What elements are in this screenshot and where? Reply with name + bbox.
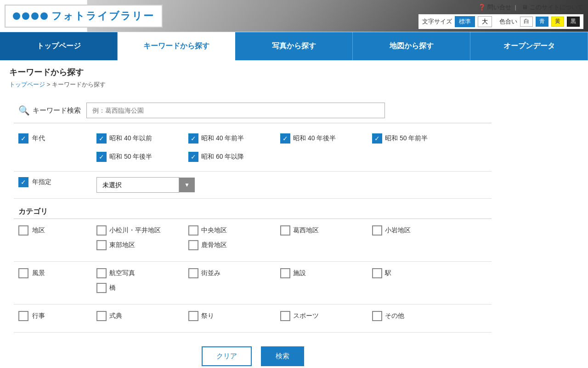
- cat-option-scenery-3[interactable]: 駅: [372, 268, 464, 278]
- year-option-2[interactable]: ✓ 昭和 40 年後半: [280, 133, 372, 144]
- cat-option-events-3-checkbox[interactable]: [372, 311, 382, 321]
- year-designation-label-col: ✓ 年指定: [14, 177, 96, 187]
- logo-circle-2: [22, 12, 29, 20]
- year-option-1-label: 昭和 40 年前半: [201, 134, 244, 143]
- category-events-checkbox[interactable]: [18, 311, 28, 321]
- cat-option-events-2[interactable]: スポーツ: [280, 311, 372, 321]
- cat-option-scenery-4-label: 橋: [109, 284, 116, 292]
- year-option-3[interactable]: ✓ 昭和 50 年前半: [372, 133, 464, 144]
- font-size-large-button[interactable]: 大: [478, 16, 492, 27]
- cat-option-district-2-checkbox[interactable]: [280, 225, 290, 236]
- logo-circle-3: [31, 12, 39, 20]
- category-label-district: 地区: [14, 225, 96, 236]
- year-select[interactable]: 未選択: [96, 177, 179, 193]
- cat-option-district-0[interactable]: 小松川・平井地区: [96, 225, 188, 236]
- cat-option-events-1-checkbox[interactable]: [188, 311, 198, 321]
- year-option-0-checkbox[interactable]: ✓: [96, 133, 107, 144]
- year-option-2-checkbox[interactable]: ✓: [280, 133, 290, 144]
- cat-option-scenery-3-checkbox[interactable]: [372, 268, 382, 278]
- cat-option-events-0-checkbox[interactable]: [96, 311, 107, 321]
- cat-option-events-2-label: スポーツ: [293, 312, 319, 320]
- logo: フォトライブラリー: [5, 5, 163, 28]
- main-nav: トップページ キーワードから探す 写真から探す 地図から探す オープンデータ: [0, 32, 588, 60]
- page-title: キーワードから探す: [9, 67, 579, 78]
- nav-keyword-search[interactable]: キーワードから探す: [118, 32, 235, 60]
- cat-option-scenery-3-label: 駅: [385, 269, 391, 277]
- category-scenery-checkbox[interactable]: [18, 268, 28, 278]
- year-option-4-label: 昭和 50 年後半: [109, 153, 152, 161]
- year-option-1[interactable]: ✓ 昭和 40 年前半: [188, 133, 280, 144]
- cat-option-scenery-0-label: 航空写真: [109, 269, 135, 277]
- color-yellow-button[interactable]: 黄: [551, 17, 564, 27]
- clear-button[interactable]: クリア: [202, 346, 252, 366]
- cat-option-scenery-1-checkbox[interactable]: [188, 268, 198, 278]
- nav-map-search[interactable]: 地図から探す: [353, 32, 470, 60]
- year-option-1-checkbox[interactable]: ✓: [188, 133, 198, 144]
- year-filter-label-col: ✓ 年代: [14, 133, 96, 144]
- cat-option-scenery-0-checkbox[interactable]: [96, 268, 107, 278]
- logo-circle-1: [13, 12, 20, 20]
- cat-option-district-2[interactable]: 葛西地区: [280, 225, 372, 236]
- color-black-button[interactable]: 黒: [567, 17, 580, 27]
- search-icon-area: 🔍 キーワード検索: [18, 105, 81, 116]
- category-district-checkbox[interactable]: [18, 225, 28, 236]
- cat-option-district-3[interactable]: 小岩地区: [372, 225, 464, 236]
- year-option-2-label: 昭和 40 年後半: [293, 134, 336, 143]
- year-option-0[interactable]: ✓ 昭和 40 年以前: [96, 133, 188, 144]
- about-link[interactable]: 🖥 このサイトについて: [511, 3, 583, 12]
- cat-option-scenery-2[interactable]: 施設: [280, 268, 372, 278]
- cat-option-district-0-label: 小松川・平井地区: [109, 226, 161, 235]
- category-events-label: 行事: [32, 312, 45, 320]
- help-link[interactable]: ❓ 問い合せ: [478, 3, 511, 12]
- cat-option-district-0-checkbox[interactable]: [96, 225, 107, 236]
- cat-option-district-4-label: 東部地区: [109, 241, 135, 249]
- search-input[interactable]: [86, 103, 385, 118]
- year-designation-checkbox[interactable]: ✓: [18, 177, 28, 187]
- nav-top-page[interactable]: トップページ: [0, 32, 118, 60]
- cat-option-district-1-checkbox[interactable]: [188, 225, 198, 236]
- help-icon: ❓: [478, 4, 486, 11]
- cat-option-scenery-4-checkbox[interactable]: [96, 283, 107, 293]
- cat-option-scenery-2-checkbox[interactable]: [280, 268, 290, 278]
- year-filter-checkbox[interactable]: ✓: [18, 133, 28, 144]
- year-option-4-checkbox[interactable]: ✓: [96, 152, 107, 162]
- cat-option-district-4-checkbox[interactable]: [96, 240, 107, 250]
- cat-option-scenery-0[interactable]: 航空写真: [96, 268, 188, 278]
- year-select-arrow-icon[interactable]: ▼: [179, 178, 195, 192]
- cat-option-district-4[interactable]: 東部地区: [96, 240, 188, 250]
- year-option-5-checkbox[interactable]: ✓: [188, 152, 198, 162]
- year-filter-label: 年代: [32, 134, 45, 143]
- cat-option-district-5[interactable]: 鹿骨地区: [188, 240, 280, 250]
- color-white-button[interactable]: 白: [520, 17, 533, 27]
- cat-option-events-3[interactable]: その他: [372, 311, 464, 321]
- cat-option-events-1[interactable]: 祭り: [188, 311, 280, 321]
- cat-option-scenery-1[interactable]: 街並み: [188, 268, 280, 278]
- header-links: ❓ 問い合せ 🖥 このサイトについて: [478, 3, 583, 12]
- nav-open-data[interactable]: オープンデータ: [470, 32, 588, 60]
- year-option-4[interactable]: ✓ 昭和 50 年後半: [96, 152, 188, 162]
- cat-option-scenery-4[interactable]: 橋: [96, 283, 188, 293]
- year-option-5[interactable]: ✓ 昭和 60 年以降: [188, 152, 280, 162]
- breadcrumb: トップページ > キーワードから探す: [9, 80, 579, 89]
- breadcrumb-current: キーワードから探す: [52, 81, 106, 88]
- year-option-3-checkbox[interactable]: ✓: [372, 133, 382, 144]
- search-button[interactable]: 検索: [261, 346, 304, 366]
- nav-photo-search[interactable]: 写真から探す: [235, 32, 353, 60]
- year-option-5-label: 昭和 60 年以降: [201, 153, 244, 161]
- cat-option-events-0[interactable]: 式典: [96, 311, 188, 321]
- category-district-options: 小松川・平井地区 中央地区 葛西地区 小岩地区 東部地区: [96, 225, 492, 255]
- cat-option-district-1[interactable]: 中央地区: [188, 225, 280, 236]
- breadcrumb-home-link[interactable]: トップページ: [9, 81, 45, 88]
- search-icon: 🔍: [18, 105, 30, 116]
- cat-option-events-2-checkbox[interactable]: [280, 311, 290, 321]
- cat-option-district-5-checkbox[interactable]: [188, 240, 198, 250]
- category-scenery-label: 風景: [32, 269, 45, 277]
- year-option-0-label: 昭和 40 年以前: [109, 134, 152, 143]
- category-label-events: 行事: [14, 311, 96, 321]
- category-events-options: 式典 祭り スポーツ その他: [96, 311, 492, 326]
- cat-option-district-3-checkbox[interactable]: [372, 225, 382, 236]
- category-scenery-options: 航空写真 街並み 施設 駅 橋: [96, 268, 492, 298]
- font-size-standard-button[interactable]: 標準: [455, 16, 475, 27]
- color-blue-button[interactable]: 青: [536, 17, 548, 27]
- year-select-row: 未選択 ▼: [96, 177, 195, 193]
